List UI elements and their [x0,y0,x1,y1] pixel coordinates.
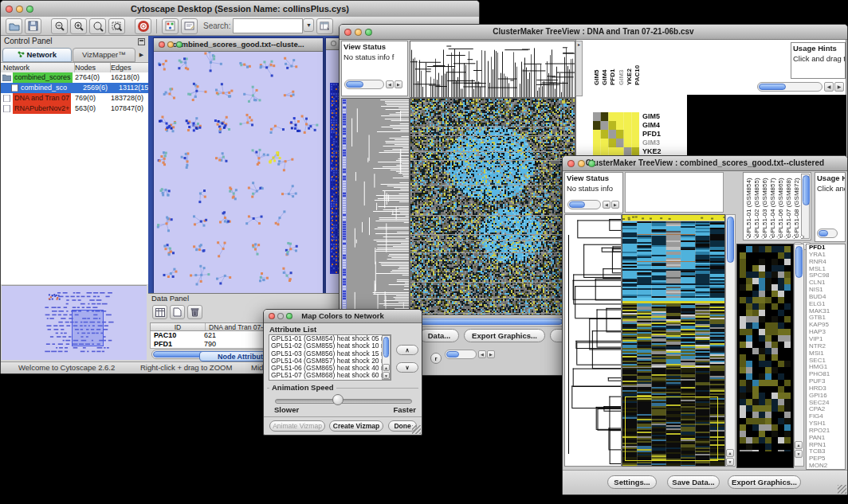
zoom-button[interactable] [286,313,292,319]
zoom-selected-button[interactable] [108,18,125,34]
column-label[interactable]: PFD1 [609,41,617,85]
scroll-down-button[interactable]: ▼ [383,372,390,379]
scroll-thumb[interactable] [795,246,803,278]
heatmap-hscrollbar[interactable] [410,317,575,326]
col-id[interactable]: ID [151,323,206,330]
mini-hscrollbar[interactable] [344,80,384,89]
close-button[interactable] [331,41,336,46]
create-vizmap-button[interactable]: Create Vizmap [329,420,383,432]
zoom-heatmap-panel[interactable] [736,244,794,468]
zoom-vscrollbar[interactable] [794,244,804,467]
scroll-thumb[interactable] [759,84,786,90]
zoom-button[interactable] [365,29,372,36]
scroll-left-button[interactable]: ◀ [386,80,394,88]
speed-slider-track[interactable] [275,399,412,404]
scroll-thumb[interactable] [727,217,734,263]
save-data-button[interactable]: Data... [419,329,459,342]
scroll-left-button[interactable]: ◀ [603,201,610,209]
scroll-thumb[interactable] [803,175,810,205]
attribute-browser-button[interactable] [316,18,333,34]
row-dendrogram-canvas[interactable] [341,98,410,315]
scroll-up-button[interactable]: ▲ [795,441,803,449]
minimize-button[interactable] [355,29,362,36]
network-view-window[interactable]: combined_scores_good.txt--cluste... [153,37,324,294]
column-label[interactable]: GIM3 [618,41,626,85]
treeview-combined-titlebar[interactable]: ClusterMaker TreeView : combined_scores_… [563,156,847,171]
zoom-out-button[interactable] [51,18,68,34]
move-down-button[interactable]: ∨ [396,362,418,373]
float-panel-icon[interactable] [138,38,145,45]
zoom-button[interactable] [176,41,183,48]
condition-vscrollbar[interactable] [801,174,810,239]
save-data-button[interactable]: Save Data... [667,475,720,489]
help-button[interactable] [135,18,151,34]
save-session-button[interactable] [25,18,41,34]
scroll-down-button[interactable]: ▼ [795,450,803,458]
zoom-button[interactable] [26,6,33,13]
scroll-down-button[interactable]: ▼ [726,458,734,466]
dialog-titlebar[interactable]: Map Colors to Network [264,310,422,323]
scroll-thumb[interactable] [383,337,389,357]
column-label[interactable]: GIM5 [593,41,601,85]
main-titlebar[interactable]: Cytoscape Desktop (Session Name: collins… [1,1,479,18]
scroll-left-button[interactable]: ◀ [824,82,834,92]
network-row-selected[interactable]: combined_sco 2569(6) 13112(15) [1,83,148,93]
settings-button[interactable]: Settings... [607,475,657,489]
network-view-titlebar[interactable]: combined_scores_good.txt--cluste... [154,38,323,52]
export-graphics-button[interactable]: Export Graphics... [464,329,545,342]
row-label[interactable]: GIM3 [642,139,684,147]
speed-slider-thumb[interactable] [332,394,344,405]
resize-grip[interactable] [412,425,421,434]
network-row[interactable]: DNA and Tran 07 769(0) 183728(0) [1,93,148,104]
row-label[interactable]: GIM4 [642,121,684,130]
scroll-left-button[interactable]: ◀ [478,350,486,358]
search-dropdown-button[interactable]: ▼ [303,18,314,32]
close-button[interactable] [344,29,351,36]
network-overview-canvas[interactable] [2,286,147,360]
network-row[interactable]: combined_scores 2764(0) 16218(0) [1,72,148,83]
partial-button[interactable]: r [430,353,442,364]
treeview-dna-titlebar[interactable]: ClusterMaker TreeView : DNA and Tran 07-… [340,25,847,40]
network-row[interactable]: RNAPuberNov2+ 563(0) 107847(0) [1,104,148,114]
scroll-thumb[interactable] [569,201,585,208]
row-label[interactable]: GIM5 [642,112,684,121]
mini-hscrollbar[interactable] [817,229,838,238]
bottom-hscrollbar[interactable] [445,350,477,359]
minimize-button[interactable] [578,160,585,167]
minimize-button[interactable] [167,41,174,48]
scroll-up-button[interactable]: ▲ [726,449,734,457]
export-graphics-button[interactable]: Export Graphics... [728,475,801,489]
zoom-in-button[interactable] [70,18,87,34]
open-session-button[interactable] [6,18,22,34]
row-dendrogram-canvas[interactable] [564,214,622,467]
close-button[interactable] [6,6,13,13]
column-label[interactable]: PAC10 [634,41,642,85]
tab-network[interactable]: Network [2,48,72,62]
scroll-thumb[interactable] [819,230,828,236]
treeview-combined-window[interactable]: ClusterMaker TreeView : combined_scores_… [562,155,848,495]
scroll-thumb[interactable] [346,81,363,88]
scroll-right-button[interactable]: ▶ [834,82,844,92]
map-colors-dialog[interactable]: Map Colors to Network Attribute List GPL… [263,309,422,436]
column-dendrogram-canvas[interactable] [410,41,575,98]
splitter-handle[interactable]: ▸ [575,41,583,96]
scroll-up-button[interactable]: ▲ [383,364,390,371]
close-button[interactable] [269,313,275,319]
tab-vizmapper[interactable]: VizMapper™ [73,48,135,62]
scroll-right-button[interactable]: ▶ [611,201,619,209]
zoom-fit-button[interactable] [89,18,106,34]
scroll-right-button[interactable]: ▶ [395,80,402,88]
heatmap-canvas[interactable] [622,214,725,467]
animate-vizmap-button[interactable]: Animate Vizmap [269,420,325,432]
delete-attribute-button[interactable] [187,305,202,319]
close-button[interactable] [567,160,575,167]
network-overview-panel[interactable] [2,285,147,361]
close-button[interactable] [159,41,165,48]
annotation-button[interactable] [181,18,198,34]
network-canvas[interactable] [154,52,321,293]
move-up-button[interactable]: ∧ [396,345,418,355]
gene-label[interactable]: MON2 [809,463,845,470]
row-label[interactable]: PFD1 [642,130,684,139]
vizmapper-button[interactable] [162,18,179,34]
minimize-button[interactable] [16,6,23,13]
